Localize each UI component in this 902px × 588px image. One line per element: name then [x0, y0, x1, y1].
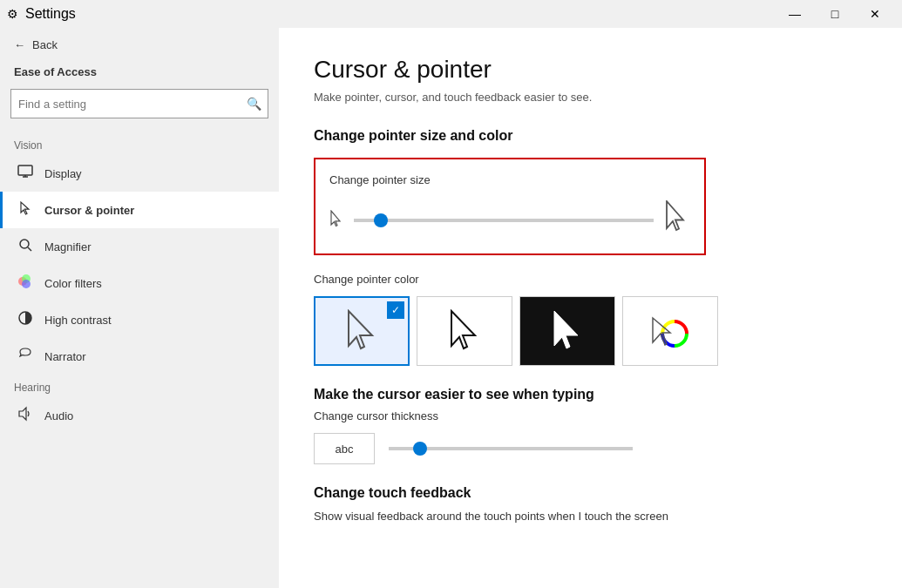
thickness-label: Change cursor thickness [314, 409, 867, 422]
cursor-large-icon [664, 200, 690, 240]
sidebar-item-color-filters[interactable]: Color filters [0, 265, 279, 301]
audio-icon [17, 406, 34, 425]
color-option-black[interactable] [417, 296, 512, 366]
narrator-label: Narrator [44, 350, 86, 363]
cursor-icon [17, 200, 34, 220]
search-box[interactable]: 🔍 [10, 89, 268, 118]
cursor-thickness-slider[interactable] [389, 447, 633, 450]
audio-label: Audio [44, 409, 73, 422]
magnifier-icon [17, 237, 34, 256]
vision-section-label: Vision [0, 132, 279, 155]
pointer-size-color-heading: Change pointer size and color [314, 128, 867, 144]
page-title: Cursor & pointer [314, 56, 867, 84]
sidebar-item-audio[interactable]: Audio [0, 397, 279, 434]
sidebar-item-display[interactable]: Display [0, 155, 279, 192]
sidebar-item-magnifier[interactable]: Magnifier [0, 228, 279, 265]
sidebar-item-high-contrast[interactable]: High contrast [0, 301, 279, 338]
cursor-preview: abc [314, 433, 375, 464]
svg-line-4 [28, 247, 31, 251]
search-icon: 🔍 [247, 97, 261, 111]
narrator-icon [17, 347, 34, 366]
sidebar-item-narrator[interactable]: Narrator [0, 338, 279, 375]
cursor-pointer-label: Cursor & pointer [44, 204, 134, 217]
selected-checkmark: ✓ [387, 301, 404, 319]
pointer-size-slider-row [329, 200, 690, 240]
color-filters-label: Color filters [44, 277, 102, 290]
magnifier-label: Magnifier [44, 240, 91, 253]
high-contrast-icon [17, 310, 34, 329]
color-option-dark[interactable] [519, 296, 615, 366]
titlebar-left: ⚙ Settings [7, 6, 76, 22]
thickness-row: abc [314, 433, 867, 464]
hearing-section-label: Hearing [0, 375, 279, 397]
pointer-size-slider[interactable] [354, 219, 654, 222]
titlebar: ⚙ Settings — □ ✕ [0, 0, 902, 28]
page-subtitle: Make pointer, cursor, and touch feedback… [314, 91, 867, 104]
color-filters-icon [17, 274, 34, 293]
svg-rect-0 [18, 166, 32, 175]
titlebar-controls: — □ ✕ [775, 0, 895, 28]
cursor-typing-heading: Make the cursor easier to see when typin… [314, 387, 867, 402]
svg-point-3 [20, 240, 29, 248]
titlebar-title: Settings [25, 6, 76, 22]
display-icon [17, 164, 34, 183]
sidebar-item-cursor-pointer[interactable]: Cursor & pointer [0, 192, 279, 228]
cursor-small-icon [329, 210, 343, 231]
search-button[interactable]: 🔍 [240, 90, 268, 118]
pointer-size-label: Change pointer size [329, 173, 690, 186]
app-body: ← Back Ease of Access 🔍 Vision Display C… [0, 28, 902, 588]
pointer-size-box: Change pointer size [314, 158, 706, 255]
back-arrow-icon: ← [14, 38, 25, 51]
content-area: Cursor & pointer Make pointer, cursor, a… [279, 28, 902, 588]
cursor-preview-text: abc [336, 443, 354, 456]
display-label: Display [44, 167, 82, 180]
sidebar-app-title: Ease of Access [0, 62, 279, 89]
close-button[interactable]: ✕ [855, 0, 895, 28]
app-icon: ⚙ [7, 7, 18, 21]
color-option-white[interactable]: ✓ [314, 296, 410, 366]
high-contrast-label: High contrast [44, 314, 112, 327]
color-option-custom[interactable] [622, 296, 718, 366]
svg-marker-9 [19, 408, 26, 420]
pointer-color-label: Change pointer color [314, 273, 867, 286]
touch-feedback-heading: Change touch feedback [314, 485, 867, 501]
search-input[interactable] [11, 92, 240, 116]
maximize-button[interactable]: □ [815, 0, 855, 28]
minimize-button[interactable]: — [775, 0, 815, 28]
color-options: ✓ [314, 296, 867, 366]
back-label: Back [32, 38, 58, 51]
back-button[interactable]: ← Back [0, 28, 279, 62]
svg-point-7 [22, 280, 31, 288]
sidebar: ← Back Ease of Access 🔍 Vision Display C… [0, 28, 279, 588]
touch-feedback-description: Show visual feedback around the touch po… [314, 508, 867, 525]
